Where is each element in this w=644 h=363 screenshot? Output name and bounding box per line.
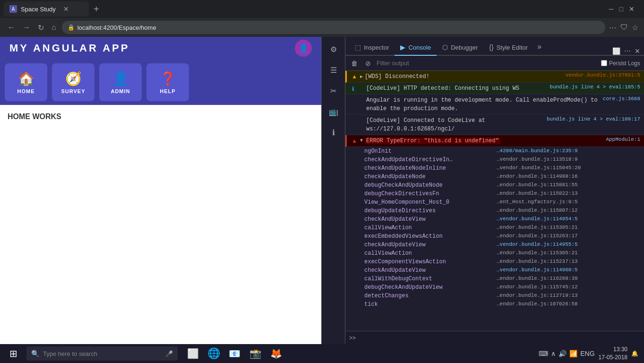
- stack-fn[interactable]: debugCheckDirectivesFn: [364, 190, 497, 197]
- console-source[interactable]: bundle.js line 4 > eval:185:5: [546, 84, 640, 90]
- stack-fn[interactable]: callViewAction: [364, 250, 497, 257]
- tab-inspector[interactable]: ⬚ Inspector: [349, 40, 395, 55]
- stack-src[interactable]: …endor.bundle.js:115305:21: [497, 250, 578, 257]
- more-tabs-button[interactable]: »: [533, 39, 545, 55]
- stack-fn[interactable]: checkAndUpdateView: [364, 267, 497, 274]
- tab-console[interactable]: ▶ Console: [395, 40, 437, 56]
- taskbar-app-firefox[interactable]: 🦊: [266, 345, 285, 363]
- style-editor-tab-icon: {}: [489, 43, 493, 51]
- stack-fn[interactable]: tick: [364, 301, 497, 308]
- bookmark-icon[interactable]: ☆: [632, 23, 638, 32]
- stack-src[interactable]: …endor.bundle.js:115237:13: [497, 259, 578, 265]
- persist-logs-checkbox[interactable]: [601, 60, 607, 66]
- sidebar-tool-menu[interactable]: ☰: [325, 61, 342, 78]
- stack-src[interactable]: …vendor.bundle.js:115045:20: [497, 165, 581, 172]
- network-icon[interactable]: 📶: [569, 350, 577, 357]
- stack-src[interactable]: …endor.bundle.js:116208:39: [497, 276, 578, 282]
- sidebar-tool-pick[interactable]: ✂: [325, 82, 342, 99]
- console-source[interactable]: vendor.bundle.js:37691:5: [562, 72, 640, 78]
- notification-expand-icon[interactable]: ∧: [551, 350, 556, 357]
- start-button[interactable]: ⊞: [2, 345, 25, 363]
- stack-fn[interactable]: checkAndUpdateView: [364, 242, 497, 248]
- stack-fn[interactable]: ngOnInit: [364, 148, 497, 155]
- stack-fn[interactable]: checkAndUpdateNodeInline: [364, 165, 497, 172]
- address-bar[interactable]: 🔒 localhost:4200/Espace/home: [62, 21, 605, 34]
- new-tab-button[interactable]: +: [94, 4, 99, 15]
- console-source[interactable]: bundle.js line 4 > eval:109:17: [543, 116, 640, 122]
- window-maximize-button[interactable]: □: [619, 5, 623, 13]
- chrome-icon: 🌐: [207, 347, 220, 360]
- stack-src[interactable]: …endor.bundle.js:115881:55: [497, 182, 578, 189]
- stack-fn[interactable]: debugCheckAndUpdateView: [364, 284, 497, 291]
- stack-src[interactable]: …4200/main.bundle.js:235:9: [497, 148, 578, 155]
- nav-admin[interactable]: 👤 ADMIN: [99, 63, 142, 101]
- stack-fn[interactable]: checkAndUpdateDirectiveIn…: [364, 156, 497, 163]
- console-source[interactable]: core.js:3660: [599, 96, 640, 102]
- stack-src[interactable]: …vendor.bundle.js:113518:9: [497, 156, 578, 163]
- stack-src[interactable]: …endor.bundle.js:115263:17: [497, 233, 578, 240]
- taskbar-app-taskview[interactable]: ⬜: [183, 345, 202, 363]
- stack-frame-debugcheckfn: debugCheckDirectivesFn …endor.bundle.js:…: [345, 190, 644, 198]
- devtools-responsive-button[interactable]: ⬜: [612, 47, 620, 55]
- devtools-close-button[interactable]: ✕: [635, 47, 640, 55]
- collapse-arrow[interactable]: ▼: [360, 138, 363, 143]
- stack-fn[interactable]: execEmbeddedViewsAction: [364, 233, 497, 240]
- tab-close-button[interactable]: ✕: [63, 5, 69, 13]
- nav-home[interactable]: 🏠 HOME: [5, 63, 47, 101]
- menu-dots-button[interactable]: ⋯: [609, 23, 617, 32]
- taskbar: ⊞ 🔍 Type here to search 🎤 ⬜ 🌐 📧 📸 🦊 ⌨ ∧ …: [0, 344, 644, 363]
- taskbar-app-mail[interactable]: 📧: [225, 345, 244, 363]
- stack-fn[interactable]: View_HomeComponent_Host_0: [364, 199, 497, 206]
- sidebar-tool-info[interactable]: ℹ: [325, 124, 342, 141]
- window-close-button[interactable]: ✕: [629, 5, 635, 13]
- tab-debugger[interactable]: ⬡ Debugger: [437, 40, 483, 55]
- console-output[interactable]: ▲ ▶ [WDS] Disconnected! vendor.bundle.js…: [345, 71, 644, 331]
- stack-src[interactable]: …vendor.bundle.js:114954:5: [497, 216, 578, 223]
- stack-fn[interactable]: debugUpdateDirectives: [364, 207, 497, 214]
- devtools-options-button[interactable]: ⋯: [624, 47, 631, 55]
- stack-fn[interactable]: checkAndUpdateView: [364, 216, 497, 223]
- stack-fn[interactable]: checkAndUpdateNode: [364, 173, 497, 180]
- stack-src[interactable]: …vendor.bundle.js:114955:5: [497, 242, 578, 248]
- tab-style-editor[interactable]: {} Style Editor: [483, 40, 533, 55]
- back-button[interactable]: ←: [6, 21, 17, 34]
- clock[interactable]: 13:30 17-05-2018: [599, 346, 627, 362]
- active-tab[interactable]: A Space Study ✕: [4, 1, 89, 17]
- taskbar-app-photos[interactable]: 📸: [246, 345, 265, 363]
- stack-src[interactable]: …endor.bundle.js:112719:13: [497, 293, 578, 299]
- stack-src[interactable]: …endor.bundle.js:107026:58: [497, 301, 578, 308]
- stack-src[interactable]: …ent_Host.ngfactory.js:9:5: [497, 199, 578, 206]
- stack-src[interactable]: …endor.bundle.js:115807:12: [497, 207, 578, 214]
- stack-fn[interactable]: callViewAction: [364, 225, 497, 231]
- nav-survey[interactable]: 🧭 SURVEY: [52, 63, 94, 101]
- avatar[interactable]: 👤: [295, 40, 312, 57]
- home-button[interactable]: ⌂: [50, 21, 58, 34]
- expand-arrow[interactable]: ▶: [360, 74, 363, 79]
- stack-fn[interactable]: debugCheckAndUpdateNode: [364, 182, 497, 189]
- stack-fn[interactable]: execComponentViewsAction: [364, 259, 497, 265]
- stack-src[interactable]: …endor.bundle.js:114988:16: [497, 173, 578, 180]
- forward-button[interactable]: →: [21, 21, 32, 34]
- notifications-button[interactable]: 🔔: [631, 350, 638, 357]
- stack-src[interactable]: …vendor.bundle.js:114960:5: [497, 267, 578, 274]
- filter-toggle-button[interactable]: ⊘: [363, 59, 373, 68]
- stack-fn[interactable]: detectChanges: [364, 293, 497, 299]
- filter-input[interactable]: [377, 60, 597, 67]
- stack-fn[interactable]: callWithDebugContext: [364, 276, 497, 282]
- stack-src[interactable]: …endor.bundle.js:115745:12: [497, 284, 578, 291]
- window-minimize-button[interactable]: ─: [609, 5, 614, 13]
- nav-help[interactable]: ❓ HELP: [146, 63, 189, 101]
- volume-icon[interactable]: 🔊: [558, 350, 567, 357]
- console-source[interactable]: AppModule:1: [602, 137, 640, 142]
- persist-logs-label[interactable]: Persist Logs: [601, 60, 640, 67]
- search-bar[interactable]: 🔍 Type here to search 🎤: [26, 346, 178, 361]
- inspector-tab-label: Inspector: [364, 44, 389, 51]
- stack-src[interactable]: …endor.bundle.js:115822:13: [497, 190, 578, 197]
- sidebar-tool-screen[interactable]: 📺: [325, 103, 342, 120]
- sidebar-tool-settings[interactable]: ⚙: [325, 41, 342, 58]
- reload-button[interactable]: ↻: [36, 21, 46, 34]
- stack-src[interactable]: …endor.bundle.js:115305:21: [497, 225, 578, 231]
- keyboard-icon: ⌨: [539, 350, 548, 357]
- taskbar-app-chrome[interactable]: 🌐: [204, 345, 223, 363]
- clear-console-button[interactable]: 🗑: [349, 59, 360, 68]
